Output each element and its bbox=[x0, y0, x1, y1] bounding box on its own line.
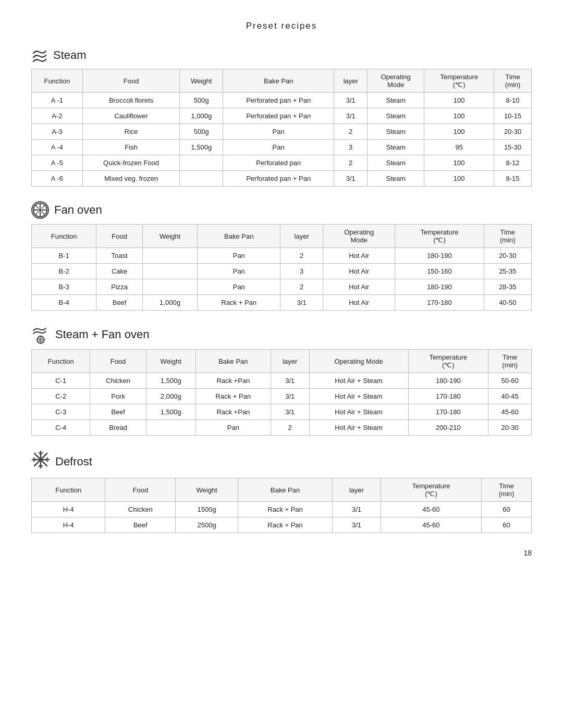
table-cell: 170-180 bbox=[395, 295, 484, 311]
table-row: C-1Chicken1,500gRack +Pan3/1Hot Air + St… bbox=[32, 373, 532, 389]
table-cell: 3/1 bbox=[334, 108, 368, 124]
def-col-layer: layer bbox=[333, 478, 381, 502]
page-number: 18 bbox=[31, 549, 532, 557]
table-cell bbox=[146, 420, 195, 436]
table-row: A -4Fish1,500gPan3Steam9515-30 bbox=[32, 140, 532, 155]
table-cell: Broccoli florets bbox=[82, 93, 180, 108]
table-cell: A-2 bbox=[32, 108, 83, 124]
table-cell: 180-190 bbox=[395, 248, 484, 264]
table-cell: C-4 bbox=[32, 420, 90, 436]
table-cell: 3/1 bbox=[271, 389, 309, 404]
table-cell: 20-30 bbox=[488, 420, 532, 436]
steam-col-function: Function bbox=[32, 69, 83, 93]
page-title: Preset recipes bbox=[31, 21, 532, 31]
fan-col-layer: layer bbox=[280, 225, 323, 248]
table-cell: 20-30 bbox=[484, 248, 532, 264]
table-cell: Pan bbox=[195, 420, 271, 436]
table-cell: Beef bbox=[96, 295, 143, 311]
fan-col-temp: Temperature(℃) bbox=[395, 225, 484, 248]
table-cell: 2500g bbox=[176, 517, 238, 533]
table-row: B-4Beef1,000gRack + Pan3/1Hot Air170-180… bbox=[32, 295, 532, 311]
table-cell: 8-15 bbox=[494, 171, 532, 187]
table-cell: Pizza bbox=[96, 279, 143, 295]
table-cell: 180-190 bbox=[395, 279, 484, 295]
fan-oven-table: Function Food Weight Bake Pan layer Oper… bbox=[31, 224, 532, 311]
table-cell: 8-10 bbox=[494, 93, 532, 108]
table-cell: Steam bbox=[368, 155, 424, 171]
table-cell: C-3 bbox=[32, 404, 90, 420]
svg-line-6 bbox=[35, 205, 39, 209]
table-row: C-3Beef1,500gRack +Pan3/1Hot Air + Steam… bbox=[32, 404, 532, 420]
fan-col-opmode: OperatingMode bbox=[323, 225, 395, 248]
table-cell: 15-30 bbox=[494, 140, 532, 155]
svg-line-9 bbox=[35, 212, 39, 215]
table-cell: Rack + Pan bbox=[195, 389, 271, 404]
table-cell: B-1 bbox=[32, 248, 96, 264]
table-cell: A -5 bbox=[32, 155, 83, 171]
table-cell: 3/1 bbox=[271, 404, 309, 420]
table-cell: Chicken bbox=[90, 373, 146, 389]
table-cell: Steam bbox=[368, 108, 424, 124]
table-cell: 3/1 bbox=[333, 517, 381, 533]
table-cell: Pan bbox=[198, 279, 280, 295]
table-cell: 500g bbox=[180, 93, 223, 108]
table-cell: 45-60 bbox=[381, 517, 481, 533]
table-cell: Beef bbox=[90, 404, 146, 420]
steam-col-time: Time(min) bbox=[494, 69, 532, 93]
table-cell: Hot Air + Steam bbox=[309, 389, 408, 404]
table-cell bbox=[142, 279, 197, 295]
table-cell: A -4 bbox=[32, 140, 83, 155]
table-cell: Rack +Pan bbox=[195, 404, 271, 420]
table-cell: 3/1 bbox=[271, 373, 309, 389]
table-cell: 25-35 bbox=[484, 264, 532, 279]
table-cell: 60 bbox=[482, 502, 532, 517]
table-cell: 500g bbox=[180, 124, 223, 140]
table-cell: 8-12 bbox=[494, 155, 532, 171]
table-cell: 3/1 bbox=[280, 295, 323, 311]
steam-section-header: Steam bbox=[31, 47, 532, 64]
table-cell: 3/1 bbox=[333, 502, 381, 517]
table-cell: Pan bbox=[198, 264, 280, 279]
table-cell: 170-180 bbox=[408, 404, 488, 420]
table-cell: 100 bbox=[424, 108, 494, 124]
steam-col-bakepan: Bake Pan bbox=[223, 69, 334, 93]
table-cell: Perforated pan + Pan bbox=[223, 108, 334, 124]
sf-col-bakepan: Bake Pan bbox=[195, 350, 271, 373]
defrost-icon bbox=[31, 450, 50, 473]
table-cell: Steam bbox=[368, 93, 424, 108]
table-cell: Beef bbox=[105, 517, 176, 533]
table-row: B-2CakePan3Hot Air150-16025-35 bbox=[32, 264, 532, 279]
table-row: A-3Rice500gPan2Steam10020-30 bbox=[32, 124, 532, 140]
table-cell: 2 bbox=[271, 420, 309, 436]
table-cell: 3 bbox=[280, 264, 323, 279]
steam-fan-title: Steam + Fan oven bbox=[55, 328, 149, 341]
table-cell: 1500g bbox=[176, 502, 238, 517]
def-col-food: Food bbox=[105, 478, 176, 502]
table-cell: Quick-frozen Food bbox=[82, 155, 180, 171]
table-row: C-4BreadPan2Hot Air + Steam200-21020-30 bbox=[32, 420, 532, 436]
table-cell: Mixed veg. frozen bbox=[82, 171, 180, 187]
table-cell: Pan bbox=[223, 140, 334, 155]
table-cell: 2 bbox=[280, 279, 323, 295]
table-cell: Hot Air bbox=[323, 279, 395, 295]
table-cell: Pork bbox=[90, 389, 146, 404]
def-col-temp: Temperature(℃) bbox=[381, 478, 481, 502]
table-cell: 1,500g bbox=[180, 140, 223, 155]
table-cell: A -1 bbox=[32, 93, 83, 108]
table-cell bbox=[180, 171, 223, 187]
fan-col-bakepan: Bake Pan bbox=[198, 225, 280, 248]
sf-col-function: Function bbox=[32, 350, 90, 373]
table-cell: 3/1 bbox=[334, 171, 368, 187]
defrost-section: Defrost Function Food Weight Bake Pan la… bbox=[31, 450, 532, 533]
steam-col-food: Food bbox=[82, 69, 180, 93]
svg-point-11 bbox=[40, 339, 42, 341]
def-col-bakepan: Bake Pan bbox=[238, 478, 332, 502]
table-cell: Chicken bbox=[105, 502, 176, 517]
sf-col-time: Time(min) bbox=[488, 350, 532, 373]
table-cell: Hot Air bbox=[323, 295, 395, 311]
table-cell: 45-60 bbox=[488, 404, 532, 420]
table-row: A -1Broccoli florets500gPerforated pan +… bbox=[32, 93, 532, 108]
table-cell: Toast bbox=[96, 248, 143, 264]
table-cell: H-4 bbox=[32, 517, 105, 533]
table-row: A-2Cauliflower1,000gPerforated pan + Pan… bbox=[32, 108, 532, 124]
